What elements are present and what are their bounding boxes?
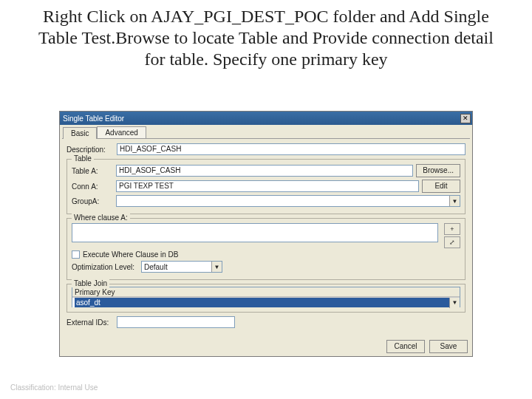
description-input[interactable]: HDI_ASOF_CASH — [117, 143, 466, 155]
chevron-down-icon: ▼ — [449, 298, 460, 308]
execute-in-db-checkbox[interactable] — [72, 250, 80, 259]
single-table-editor-window: Single Table Editor ✕ Basic Advanced Des… — [59, 111, 473, 357]
where-textarea[interactable] — [72, 223, 438, 242]
optimization-select[interactable]: Default ▼ — [141, 261, 222, 273]
tab-basic[interactable]: Basic — [63, 127, 97, 139]
primary-key-header: Primary Key — [72, 287, 460, 297]
optimization-value: Default — [144, 263, 168, 271]
primary-key-list: Primary Key asof_dt ▼ — [72, 287, 460, 307]
slide-title: Right Click on AJAY_PGI_DEST_POC folder … — [0, 0, 532, 69]
table-join-fieldset: Table Join Primary Key asof_dt ▼ — [66, 284, 466, 313]
optimization-label: Optimization Level: — [72, 263, 138, 271]
table-legend: Table — [72, 154, 94, 163]
table-fieldset: Table Table A: HDI_ASOF_CASH Browse... C… — [66, 159, 466, 214]
browse-button[interactable]: Browse... — [416, 164, 460, 177]
conn-a-label: Conn A: — [72, 183, 113, 191]
editor-panel: Description: HDI_ASOF_CASH Table Table A… — [62, 138, 470, 335]
execute-in-db-label: Execute Where Clause in DB — [83, 250, 179, 259]
primary-key-value: asof_dt — [75, 298, 449, 307]
add-clause-icon[interactable]: + — [444, 223, 460, 235]
save-button[interactable]: Save — [429, 340, 468, 353]
group-a-label: GroupA: — [72, 197, 113, 205]
primary-key-select[interactable]: asof_dt ▼ — [72, 297, 460, 307]
table-a-label: Table A: — [72, 167, 113, 175]
chevron-down-icon: ▼ — [211, 262, 222, 272]
titlebar: Single Table Editor ✕ — [60, 112, 472, 125]
where-fieldset: Where clause A: + ⤢ Execute Where Clause… — [66, 218, 466, 280]
external-ids-label: External IDs: — [66, 318, 114, 327]
chevron-down-icon: ▼ — [449, 196, 460, 206]
classification-label: Classification: Internal Use — [10, 383, 98, 392]
external-ids-input[interactable] — [117, 316, 235, 328]
conn-a-input[interactable]: PGI TEXP TEST — [116, 180, 419, 192]
expand-clause-icon[interactable]: ⤢ — [444, 236, 460, 248]
where-legend: Where clause A: — [72, 214, 130, 222]
tab-advanced[interactable]: Advanced — [97, 126, 146, 138]
group-a-select[interactable]: ▼ — [116, 195, 460, 207]
table-join-legend: Table Join — [72, 279, 109, 287]
table-a-input[interactable]: HDI_ASOF_CASH — [116, 165, 413, 177]
window-title: Single Table Editor — [63, 115, 124, 123]
dialog-footer: Cancel Save — [60, 337, 472, 356]
edit-button[interactable]: Edit — [422, 180, 460, 193]
tab-strip: Basic Advanced — [60, 125, 472, 138]
cancel-button[interactable]: Cancel — [386, 340, 425, 353]
description-label: Description: — [66, 146, 114, 154]
close-icon[interactable]: ✕ — [460, 114, 471, 123]
